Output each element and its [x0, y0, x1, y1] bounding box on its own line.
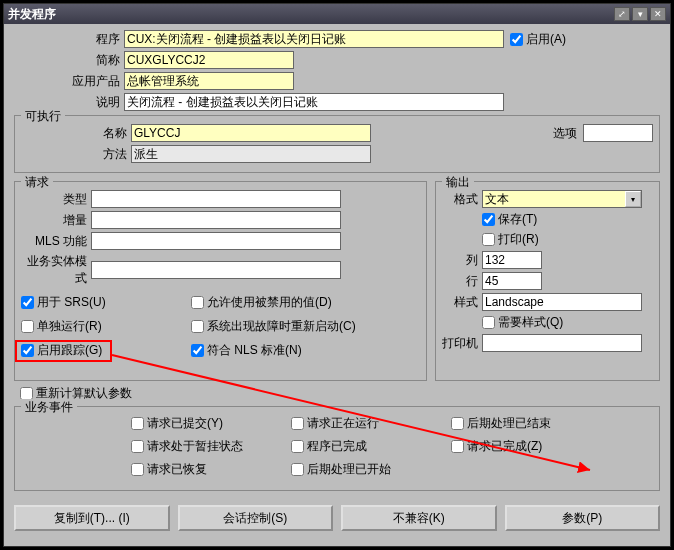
program-label: 程序: [14, 31, 124, 48]
post-done-checkbox[interactable]: 后期处理已结束: [451, 415, 611, 432]
restart-checkbox[interactable]: 系统出现故障时重新启动(C): [191, 317, 361, 335]
enable-checkbox[interactable]: 启用(A): [510, 31, 566, 48]
title-bar: 并发程序 ⤢ ▾ ✕: [4, 4, 670, 24]
type-label: 类型: [21, 191, 91, 208]
type-field[interactable]: [91, 190, 341, 208]
method-field: [131, 145, 371, 163]
mls-label: MLS 功能: [21, 233, 91, 250]
window-title: 并发程序: [8, 6, 614, 23]
options-field[interactable]: [583, 124, 653, 142]
nls-checkbox[interactable]: 符合 NLS 标准(N): [191, 341, 361, 359]
copy-to-button[interactable]: 复制到(T)... (I): [14, 505, 170, 531]
short-label: 简称: [14, 52, 124, 69]
row-field[interactable]: [482, 272, 542, 290]
incompat-button[interactable]: 不兼容(K): [341, 505, 497, 531]
minimize-icon[interactable]: ▾: [632, 7, 648, 21]
paused-checkbox[interactable]: 请求处于暂挂状态: [131, 438, 291, 455]
app-label: 应用产品: [14, 73, 124, 90]
need-style-checkbox[interactable]: 需要样式(Q): [482, 314, 563, 331]
incr-label: 增量: [21, 212, 91, 229]
session-button[interactable]: 会话控制(S): [178, 505, 334, 531]
printer-label: 打印机: [442, 335, 482, 352]
chevron-down-icon[interactable]: ▾: [625, 191, 641, 207]
req-done-checkbox[interactable]: 请求已完成(Z): [451, 438, 611, 455]
entity-label: 业务实体模式: [21, 253, 91, 287]
format-select[interactable]: [482, 190, 642, 208]
exec-name-label: 名称: [21, 125, 131, 142]
save-checkbox[interactable]: 保存(T): [482, 211, 537, 228]
incr-field[interactable]: [91, 211, 341, 229]
output-group: 输出 格式 ▾ 保存(T) 打印(R) 列 行 样式 需要样式(Q) 打印机: [435, 181, 660, 381]
biz-group: 业务事件 请求已提交(Y) 请求正在运行 后期处理已结束 请求处于暂挂状态 程序…: [14, 406, 660, 491]
format-label: 格式: [442, 191, 482, 208]
style-field[interactable]: [482, 293, 642, 311]
col-field[interactable]: [482, 251, 542, 269]
submitted-checkbox[interactable]: 请求已提交(Y): [131, 415, 291, 432]
trace-checkbox[interactable]: 启用跟踪(G): [21, 341, 191, 359]
restore-icon[interactable]: ⤢: [614, 7, 630, 21]
method-label: 方法: [21, 146, 131, 163]
params-button[interactable]: 参数(P): [505, 505, 661, 531]
options-label: 选项: [553, 125, 583, 142]
resumed-checkbox[interactable]: 请求已恢复: [131, 461, 291, 478]
srs-checkbox[interactable]: 用于 SRS(U): [21, 293, 191, 311]
mls-field[interactable]: [91, 232, 341, 250]
style-label: 样式: [442, 294, 482, 311]
printer-field[interactable]: [482, 334, 642, 352]
desc-field[interactable]: [124, 93, 504, 111]
post-start-checkbox[interactable]: 后期处理已开始: [291, 461, 451, 478]
print-checkbox[interactable]: 打印(R): [482, 231, 539, 248]
executable-group: 可执行 名称 选项 方法: [14, 115, 660, 173]
recalc-checkbox[interactable]: 重新计算默认参数: [20, 385, 427, 402]
prog-done-checkbox[interactable]: 程序已完成: [291, 438, 451, 455]
running-checkbox[interactable]: 请求正在运行: [291, 415, 451, 432]
program-field[interactable]: [124, 30, 504, 48]
close-icon[interactable]: ✕: [650, 7, 666, 21]
short-field[interactable]: [124, 51, 294, 69]
allow-checkbox[interactable]: 允许使用被禁用的值(D): [191, 293, 361, 311]
app-field[interactable]: [124, 72, 294, 90]
row-label: 行: [442, 273, 482, 290]
entity-field[interactable]: [91, 261, 341, 279]
col-label: 列: [442, 252, 482, 269]
request-group: 请求 类型 增量 MLS 功能 业务实体模式 用于 SRS(U) 允许使用被禁用…: [14, 181, 427, 381]
alone-checkbox[interactable]: 单独运行(R): [21, 317, 191, 335]
exec-name-field[interactable]: [131, 124, 371, 142]
